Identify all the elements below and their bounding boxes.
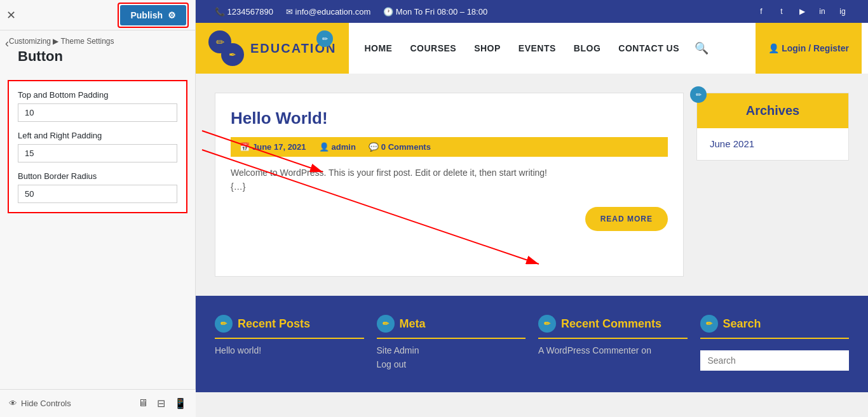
publish-label: Publish (130, 10, 163, 20)
user-icon: 👤 (768, 43, 782, 53)
footer-meta-title: ✏ Meta (377, 315, 526, 339)
bottom-bar: 👁 Hide Controls 🖥 ⊟ 📱 (0, 389, 196, 417)
meta-comments-text: 0 Comments (381, 142, 431, 152)
border-radius-label: Button Border Radius (18, 171, 177, 181)
nav-courses[interactable]: COURSES (401, 38, 465, 58)
article-card: Hello World! 📅 June 17, 2021 👤 admin 💬 0… (215, 93, 684, 277)
eye-icon: 👁 (9, 399, 17, 408)
sidebar-edit-icon[interactable]: ✏ (690, 86, 707, 103)
phone-info: 📞 1234567890 (215, 7, 273, 17)
calendar-icon: 📅 (240, 142, 250, 152)
meta-author: 👤 admin (319, 142, 356, 152)
back-button[interactable]: ‹ (5, 37, 9, 50)
meta-author-text: admin (332, 142, 356, 152)
contact-info: 📞 1234567890 ✉ info@education.com 🕐 Mon … (215, 7, 487, 17)
pencil-icon2: ✒ (229, 50, 236, 60)
nav-events[interactable]: EVENTS (510, 38, 565, 58)
breadcrumb-separator: ▶ (53, 37, 60, 46)
instagram-icon[interactable]: ig (836, 5, 849, 18)
breadcrumb-theme-settings: Theme Settings (61, 37, 114, 46)
archives-body: June 2021 (697, 128, 848, 160)
pencil-icon: ✏ (216, 36, 224, 48)
logo-edit-icon[interactable]: ✏ (316, 30, 333, 47)
email-info: ✉ info@education.com (286, 7, 370, 17)
article-meta: 📅 June 17, 2021 👤 admin 💬 0 Comments (231, 137, 668, 157)
article-ellipsis: {…} (231, 182, 245, 192)
footer-comment-item: A WordPress Commenter on (538, 345, 688, 355)
archives-card: Archives June 2021 (696, 93, 849, 161)
search-icon[interactable]: 🔍 (695, 41, 709, 55)
gear-icon: ⚙ (168, 10, 176, 20)
facebook-icon[interactable]: f (755, 5, 768, 18)
info-bar: 📞 1234567890 ✉ info@education.com 🕐 Mon … (196, 0, 868, 23)
top-bottom-padding-label: Top and Bottom Padding (18, 90, 177, 100)
close-button[interactable]: ✕ (6, 8, 16, 22)
footer-edit-icon-comments[interactable]: ✏ (538, 315, 556, 333)
nav-home[interactable]: Home (355, 38, 401, 58)
preview-area: 📞 1234567890 ✉ info@education.com 🕐 Mon … (196, 0, 868, 417)
publish-btn-wrap: Publish ⚙ (118, 3, 189, 28)
archives-june-link[interactable]: June 2021 (710, 138, 754, 149)
article-body-text: Welcome to WordPress. This is your first… (231, 168, 547, 178)
footer-log-out[interactable]: Log out (377, 359, 526, 369)
footer-col-comments: ✏ Recent Comments A WordPress Commenter … (538, 315, 688, 373)
login-register-button[interactable]: 👤 Login / Register (756, 23, 862, 74)
panel-title: Button (9, 46, 186, 71)
nav-blog[interactable]: BLOG (565, 38, 609, 58)
footer-edit-icon-posts[interactable]: ✏ (215, 315, 233, 333)
comment-icon: 💬 (369, 142, 379, 152)
logo-pencil-bg2: ✒ (221, 43, 244, 66)
logo-section: ✏ ✒ EDUCATION ✏ (196, 23, 349, 74)
read-more-button[interactable]: READ MORE (585, 207, 668, 231)
top-bar: ✕ Publish ⚙ (0, 0, 195, 30)
article-body: Welcome to WordPress. This is your first… (231, 166, 668, 194)
device-icons: 🖥 ⊟ 📱 (138, 397, 187, 409)
breadcrumb-area: ‹ EDUCATION Customizing ▶ Theme Settings… (0, 30, 195, 74)
tablet-icon[interactable]: ⊟ (157, 397, 165, 409)
nav-shop[interactable]: Shop (465, 38, 510, 58)
main-nav: Home COURSES Shop EVENTS BLOG CONTACT US… (355, 38, 749, 58)
meta-date-text: June 17, 2021 (252, 142, 306, 152)
sidebar: ✏ Archives June 2021 (696, 93, 849, 277)
article-title: Hello World! (231, 109, 668, 128)
login-label: Login / Register (782, 43, 849, 53)
left-panel: ✕ Publish ⚙ ‹ EDUCATION Customizing ▶ Th… (0, 0, 196, 417)
hide-controls-label: Hide Controls (21, 399, 71, 408)
footer-posts-title-text: Recent Posts (238, 317, 310, 331)
user-meta-icon: 👤 (319, 142, 329, 152)
archives-header: Archives (697, 93, 848, 128)
mobile-icon[interactable]: 📱 (174, 397, 187, 409)
hours-info: 🕐 Mon To Fri 08:00 – 18:00 (383, 7, 487, 17)
twitter-icon[interactable]: t (775, 5, 788, 18)
main-content: Hello World! 📅 June 17, 2021 👤 admin 💬 0… (196, 74, 868, 296)
publish-button[interactable]: Publish ⚙ (120, 5, 186, 25)
breadcrumb-customizing-text: Customizing (9, 37, 51, 46)
footer-comments-title: ✏ Recent Comments (538, 315, 688, 339)
left-right-padding-input[interactable] (18, 144, 177, 162)
footer-col-recent-posts: ✏ Recent Posts Hello world! (215, 315, 364, 373)
linkedin-icon[interactable]: in (816, 5, 829, 18)
nav-contact[interactable]: CONTACT US (609, 38, 688, 58)
footer-search-input[interactable] (700, 350, 850, 371)
left-right-padding-label: Left and Right Padding (18, 131, 177, 140)
meta-date: 📅 June 17, 2021 (240, 142, 306, 152)
footer-col-search: ✏ Search (700, 315, 850, 373)
hide-controls-button[interactable]: 👁 Hide Controls (9, 399, 71, 408)
footer-post-hello[interactable]: Hello world! (215, 345, 364, 355)
border-radius-input[interactable] (18, 185, 177, 203)
nav-section: Home COURSES Shop EVENTS BLOG CONTACT US… (349, 23, 868, 74)
footer-col-meta: ✏ Meta Site Admin Log out (377, 315, 526, 373)
footer-edit-icon-search[interactable]: ✏ (700, 315, 718, 333)
desktop-icon[interactable]: 🖥 (138, 397, 148, 409)
footer-recent-posts-title: ✏ Recent Posts (215, 315, 364, 339)
footer-edit-icon-meta[interactable]: ✏ (377, 315, 395, 333)
footer-comments-title-text: Recent Comments (561, 317, 661, 331)
site-header: ✏ ✒ EDUCATION ✏ Home COURSES Shop EVENTS… (196, 23, 868, 74)
footer-search-title-text: Search (723, 317, 761, 331)
top-bottom-padding-input[interactable] (18, 103, 177, 122)
youtube-icon[interactable]: ▶ (796, 5, 808, 18)
social-icons: f t ▶ in ig (755, 5, 849, 18)
read-more-wrap: READ MORE (231, 207, 668, 231)
footer-search-title: ✏ Search (700, 315, 850, 339)
footer-site-admin[interactable]: Site Admin (377, 345, 526, 355)
